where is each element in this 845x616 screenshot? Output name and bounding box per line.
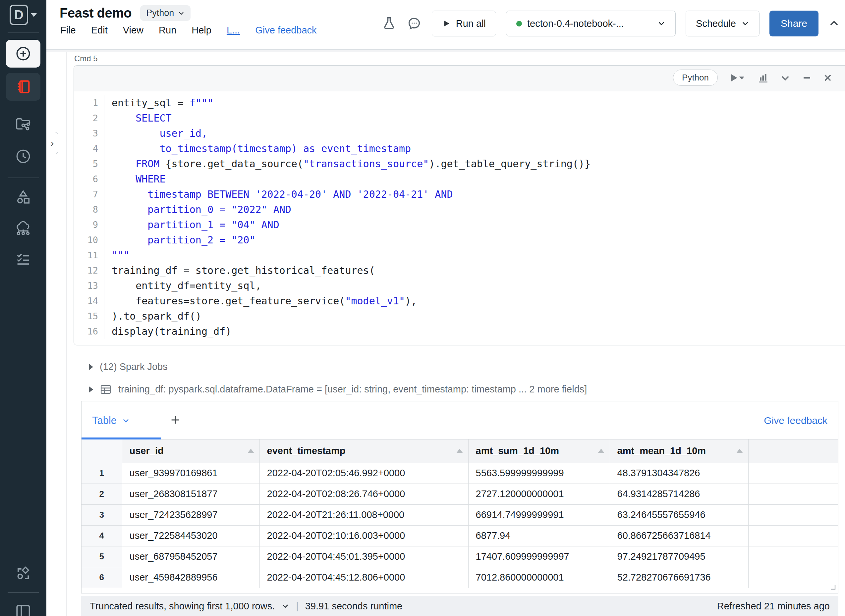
table-cell: 52.728270676691736 [610, 567, 748, 588]
menu-edit[interactable]: Edit [91, 25, 108, 36]
table-row[interactable]: 2user_2683081518772022-04-20T02:08:26.74… [82, 484, 838, 505]
run-all-button[interactable]: Run all [432, 10, 496, 37]
dataframe-expander[interactable]: training_df: pyspark.sql.dataframe.DataF… [89, 384, 587, 395]
code-line[interactable]: ).to_spark_df() [112, 309, 591, 324]
line-number: 12 [74, 263, 98, 278]
collapse-header-chevron-icon[interactable] [829, 18, 840, 29]
table-cell: user_459842889956 [122, 567, 259, 588]
menu-view[interactable]: View [123, 25, 144, 36]
add-visualization-button[interactable] [170, 414, 181, 427]
repos-icon[interactable] [15, 115, 32, 132]
sidebar-expand-handle[interactable]: › [46, 132, 58, 154]
workspace-logo[interactable]: D [10, 4, 37, 25]
give-feedback-link[interactable]: Give feedback [255, 25, 316, 36]
app-sidebar: D [0, 0, 46, 616]
code-line[interactable]: partition_1 = "04" AND [112, 217, 591, 232]
minimize-icon[interactable] [802, 73, 812, 83]
line-number: 10 [74, 232, 98, 248]
chevron-down-icon[interactable] [780, 73, 791, 83]
experiments-flask-icon[interactable] [381, 16, 397, 31]
chevron-down-icon[interactable] [281, 602, 289, 610]
compute-cloud-icon[interactable] [15, 220, 32, 237]
close-icon[interactable] [823, 73, 832, 82]
notebook-title[interactable]: Feast demo [60, 6, 132, 21]
code-token: training_df = store.get_historical_featu… [112, 265, 375, 276]
table-cell: 6877.94 [468, 525, 610, 546]
sort-arrow-icon[interactable] [248, 449, 254, 453]
table-cell: user_268308151877 [122, 484, 259, 505]
table-cell: 5563.599999999999 [468, 463, 610, 484]
sort-arrow-icon[interactable] [598, 449, 604, 453]
share-button[interactable]: Share [769, 10, 819, 37]
sort-arrow-icon[interactable] [736, 449, 743, 453]
table-row[interactable]: 6user_4598428899562022-04-20T04:45:12.80… [82, 567, 838, 588]
jobs-checklist-icon[interactable] [15, 250, 32, 268]
column-header-user_id[interactable]: user_id [122, 440, 259, 463]
results-give-feedback-link[interactable]: Give feedback [764, 415, 827, 426]
run-cell-icon[interactable] [729, 73, 746, 83]
code-line[interactable]: WHERE [112, 172, 591, 187]
active-tab-underline [82, 437, 161, 440]
cluster-selector[interactable]: tecton-0.4-notebook-... [506, 10, 676, 37]
line-number: 5 [74, 156, 98, 172]
sidebar-divider [7, 592, 39, 593]
code-line[interactable]: SELECT [112, 111, 591, 126]
sidebar-item-notebooks[interactable] [6, 73, 40, 101]
panel-toggle-icon[interactable] [14, 602, 32, 616]
code-line[interactable]: features=store.get_feature_service("mode… [112, 293, 591, 309]
column-header-event_timestamp[interactable]: event_timestamp [259, 440, 468, 463]
notebook-language-selector[interactable]: Python [140, 5, 191, 21]
menu-help[interactable]: Help [191, 25, 212, 36]
code-line[interactable]: partition_2 = "20" [112, 232, 591, 248]
code-line[interactable]: entity_df=entity_sql, [112, 278, 591, 293]
column-header-amt_mean_1d_10m[interactable]: amt_mean_1d_10m [610, 440, 748, 463]
logo-caret-icon [31, 13, 37, 17]
code-line[interactable]: training_df = store.get_historical_featu… [112, 263, 591, 278]
recents-clock-icon[interactable] [15, 148, 32, 165]
table-row[interactable]: 4user_7225844530202022-04-20T02:10:16.00… [82, 525, 838, 546]
databricks-logo-icon: D [10, 4, 28, 25]
cell-language-pill[interactable]: Python [673, 70, 718, 86]
chart-icon[interactable] [758, 72, 769, 84]
table-row[interactable]: 5user_6879584520572022-04-20T04:45:01.39… [82, 546, 838, 567]
table-cell-spacer [748, 463, 838, 484]
sidebar-item-new[interactable] [6, 40, 40, 67]
comments-icon[interactable] [407, 16, 422, 31]
data-shapes-icon[interactable] [15, 189, 32, 206]
table-row[interactable]: 3user_7242356289972022-04-20T21:26:11.00… [82, 505, 838, 525]
sort-arrow-icon[interactable] [456, 449, 463, 453]
line-number: 1 [74, 95, 98, 111]
code-editor[interactable]: 12345678910111213141516 entity_sql = f""… [74, 91, 845, 345]
column-header-inner: amt_mean_1d_10m [617, 446, 748, 456]
code-line[interactable]: to_timestamp(timestamp) as event_timesta… [112, 141, 591, 156]
code-cell[interactable]: Python [73, 65, 845, 345]
menu-run[interactable]: Run [159, 25, 176, 36]
code-line[interactable]: display(training_df) [112, 324, 591, 339]
code-line[interactable]: """ [112, 248, 591, 263]
code-line[interactable]: timestamp BETWEEN '2022-04-20' AND '2022… [112, 187, 591, 202]
code-line[interactable]: entity_sql = f""" [112, 95, 591, 111]
spark-jobs-expander[interactable]: (12) Spark Jobs [89, 361, 168, 372]
sidebar-divider [7, 32, 39, 33]
menu-link-more[interactable]: L... [227, 25, 240, 36]
code-line[interactable]: user_id, [112, 126, 591, 141]
tab-table[interactable]: Table [92, 415, 130, 427]
schedule-button[interactable]: Schedule [686, 10, 760, 37]
partner-shapes-icon[interactable] [15, 565, 32, 582]
code-lines[interactable]: entity_sql = f""" SELECT user_id, to_tim… [104, 95, 591, 339]
code-line[interactable]: FROM {store.get_data_source("transaction… [112, 156, 591, 172]
menu-file[interactable]: File [60, 25, 76, 36]
tabs-divider [82, 439, 838, 440]
chevron-down-icon [741, 19, 749, 28]
schedule-label: Schedule [696, 18, 736, 29]
table-cell-spacer [748, 525, 838, 546]
code-token-string: FROM [135, 158, 165, 170]
column-header-amt_sum_1d_10m[interactable]: amt_sum_1d_10m [468, 440, 610, 463]
results-footer: Truncated results, showing first 1,000 r… [81, 596, 838, 616]
table-row[interactable]: 1user_9399701698612022-04-20T02:05:46.99… [82, 463, 838, 484]
code-line[interactable]: partition_0 = "2022" AND [112, 202, 591, 217]
notebook-icon [15, 78, 32, 95]
resize-grip-icon[interactable] [828, 582, 836, 591]
column-header-inner: amt_sum_1d_10m [476, 446, 610, 456]
main-area: Feast demo Python FileEditViewRunHelp L.… [46, 0, 845, 616]
